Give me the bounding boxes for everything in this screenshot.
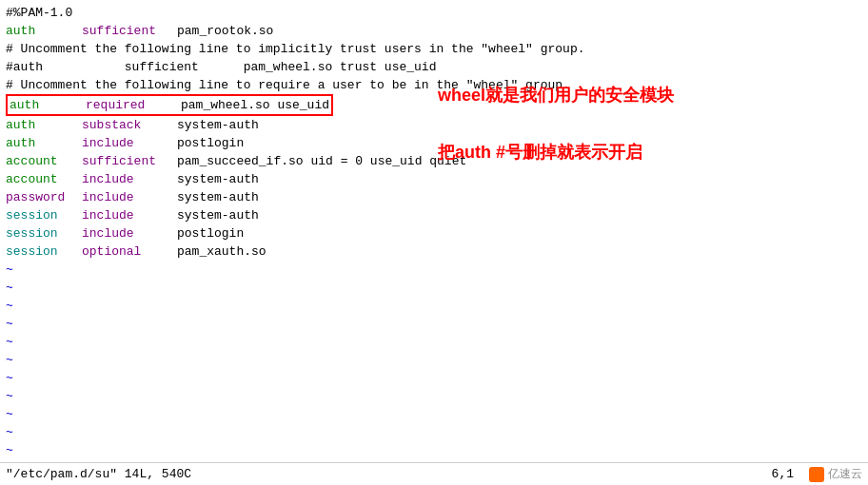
- auth2-type: auth: [6, 116, 82, 134]
- auth-h-module: pam_wheel.so use_uid: [181, 96, 329, 114]
- auth1-type: auth: [6, 22, 82, 40]
- line-comment1: # Uncomment the following line to implic…: [6, 40, 862, 58]
- line-auth3: auth include postlogin: [6, 134, 862, 152]
- auth-h-control: required: [86, 96, 181, 114]
- watermark: 亿速云: [809, 466, 862, 482]
- line-session3: session optional pam_xauth.so: [6, 242, 862, 261]
- account2-control: include: [82, 170, 177, 188]
- account1-control: sufficient: [82, 152, 177, 170]
- account1-type: account: [6, 152, 82, 170]
- session3-type: session: [6, 242, 82, 261]
- tilde-lines: ~ ~ ~ ~ ~ ~ ~ ~ ~ ~ ~ ~: [6, 261, 862, 462]
- password-control: include: [82, 188, 177, 206]
- authcomment-text: #auth sufficient pam_wheel.so trust use_…: [6, 58, 436, 76]
- session2-module: postlogin: [177, 224, 244, 242]
- tilde-6: ~: [6, 351, 862, 369]
- line-account2: account include system-auth: [6, 170, 862, 188]
- status-file: "/etc/pam.d/su" 14L, 540C: [6, 467, 191, 481]
- annotation-auth: 把auth #号删掉就表示开启: [438, 141, 642, 164]
- line-session1: session include system-auth: [6, 206, 862, 224]
- watermark-icon: [809, 467, 824, 482]
- password-module: system-auth: [177, 188, 259, 206]
- session2-control: include: [82, 224, 177, 242]
- session3-control: optional: [82, 242, 177, 261]
- auth1-control: sufficient: [82, 22, 177, 40]
- line-comment2: # Uncomment the following line to requir…: [6, 76, 862, 94]
- tilde-12: ~: [6, 459, 862, 462]
- line-shebang: #%PAM-1.0: [6, 4, 862, 22]
- auth3-module: postlogin: [177, 134, 244, 152]
- password-type: password: [6, 188, 82, 206]
- status-pos: 6,1: [772, 467, 794, 481]
- auth3-control: include: [82, 134, 177, 152]
- tilde-11: ~: [6, 441, 862, 459]
- session2-type: session: [6, 224, 82, 242]
- account1-module: pam_succeed_if.so uid = 0 use_uid quiet: [177, 152, 466, 170]
- line-session2: session include postlogin: [6, 224, 862, 242]
- tilde-4: ~: [6, 315, 862, 333]
- tilde-5: ~: [6, 333, 862, 351]
- auth2-control: substack: [82, 116, 177, 134]
- status-right: 6,1 亿速云: [772, 466, 862, 482]
- editor-area: #%PAM-1.0 auth sufficient pam_rootok.so …: [0, 0, 868, 462]
- line-account1: account sufficient pam_succeed_if.so uid…: [6, 152, 862, 170]
- highlighted-block: auth required pam_wheel.so use_uid: [6, 94, 333, 116]
- tilde-2: ~: [6, 279, 862, 297]
- auth3-type: auth: [6, 134, 82, 152]
- tilde-8: ~: [6, 387, 862, 405]
- account2-type: account: [6, 170, 82, 188]
- shebang-text: #%PAM-1.0: [6, 4, 72, 22]
- tilde-9: ~: [6, 405, 862, 423]
- session1-module: system-auth: [177, 206, 259, 224]
- tilde-3: ~: [6, 297, 862, 315]
- status-bar: "/etc/pam.d/su" 14L, 540C 6,1 亿速云: [0, 462, 868, 485]
- annotation-wheel: wheel就是我们用户的安全模块: [438, 84, 674, 107]
- session1-type: session: [6, 206, 82, 224]
- line-auth2: auth substack system-auth: [6, 116, 862, 134]
- account2-module: system-auth: [177, 170, 259, 188]
- watermark-text: 亿速云: [828, 466, 862, 482]
- line-authcomment: #auth sufficient pam_wheel.so trust use_…: [6, 58, 862, 76]
- session3-module: pam_xauth.so: [177, 242, 266, 261]
- comment1-text: # Uncomment the following line to implic…: [6, 40, 585, 58]
- auth2-module: system-auth: [177, 116, 259, 134]
- line-auth-highlighted: auth required pam_wheel.so use_uid: [6, 94, 862, 116]
- tilde-10: ~: [6, 423, 862, 441]
- line-password: password include system-auth: [6, 188, 862, 206]
- line-auth1: auth sufficient pam_rootok.so: [6, 22, 862, 40]
- auth1-module: pam_rootok.so: [177, 22, 273, 40]
- auth-h-type: auth: [10, 96, 86, 114]
- session1-control: include: [82, 206, 177, 224]
- tilde-1: ~: [6, 261, 862, 279]
- tilde-7: ~: [6, 369, 862, 387]
